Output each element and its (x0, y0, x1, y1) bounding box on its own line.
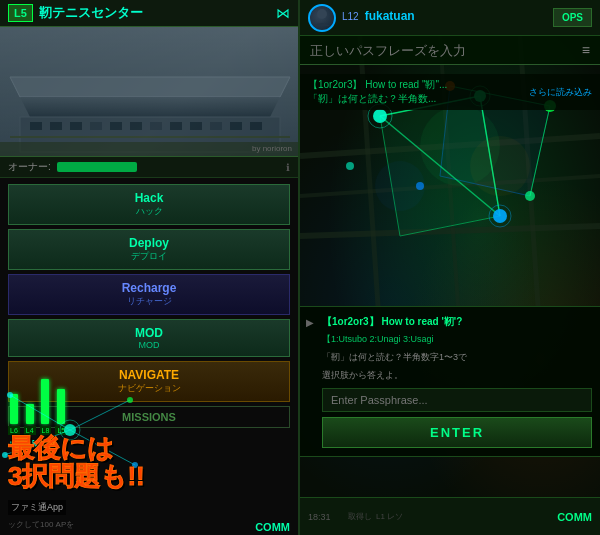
deploy-label: Deploy (129, 236, 169, 250)
share-icon[interactable]: ⋈ (276, 5, 290, 21)
passphrase-menu-icon[interactable]: ≡ (582, 42, 590, 58)
portal-title: 靭テニスセンター (39, 4, 270, 22)
portal-header: L5 靭テニスセンター ⋈ (0, 0, 298, 27)
chat-line1: 【1or2or3】 How to read "靭"... (308, 78, 447, 92)
svg-rect-8 (110, 122, 122, 130)
avatar-icon (310, 6, 334, 30)
hack-button[interactable]: Hack ハック (8, 184, 290, 225)
res-bar-l5 (57, 389, 65, 424)
svg-rect-13 (210, 122, 222, 130)
chat-line2: 「靭」は何と読む？半角数... (308, 92, 447, 106)
chat-hint-bar: 【1or2or3】 How to read "靭"... 「靭」は何と読む？半角… (300, 74, 600, 110)
right-bottom-bar: 18:31 取得し L1 レソ COMM (300, 497, 600, 535)
popup-enter-input[interactable] (322, 388, 592, 412)
recharge-label: Recharge (122, 281, 177, 295)
agent-info: L12 fukatuan (342, 9, 547, 26)
svg-rect-14 (230, 122, 242, 130)
big-text-line1: 最後には (8, 434, 290, 463)
svg-rect-5 (50, 122, 62, 130)
hack-bottom-text: ックして100 APを (8, 519, 290, 530)
photo-credit: by norioron (252, 144, 292, 153)
passphrase-input[interactable] (310, 43, 576, 58)
svg-rect-15 (250, 122, 262, 130)
svg-marker-1 (10, 77, 290, 97)
mod-label: MOD (135, 326, 163, 340)
popup-content: 【1or2or3】 How to read '靭'? 【1:Utsubo 2:U… (308, 315, 592, 448)
hack-label: Hack (135, 191, 164, 205)
svg-rect-12 (190, 122, 202, 130)
mod-button[interactable]: MOD MOD (8, 319, 290, 357)
agent-avatar (308, 4, 336, 32)
svg-point-52 (346, 162, 354, 170)
svg-point-50 (525, 191, 535, 201)
left-panel: L5 靭テニスセンター ⋈ (0, 0, 300, 535)
popup-arrow-icon: ▶ (306, 317, 314, 328)
svg-rect-7 (90, 122, 102, 130)
resonator-bars: L6 L4 L8 L5 (8, 385, 67, 435)
comm-label-right[interactable]: COMM (557, 511, 592, 523)
svg-point-28 (317, 9, 327, 19)
recharge-jp-label: リチャージ (21, 295, 277, 308)
svg-rect-4 (30, 122, 42, 130)
svg-point-54 (470, 136, 530, 196)
more-link[interactable]: さらに読み込み (529, 86, 592, 99)
res-bar-l4 (26, 404, 34, 424)
bottom-time: 18:31 (308, 512, 331, 522)
info-icon[interactable]: ℹ (286, 162, 290, 173)
owner-bar: オーナー: ℹ (0, 157, 298, 178)
mod-jp-label: MOD (21, 340, 277, 350)
svg-rect-11 (170, 122, 182, 130)
chat-hint-text: 【1or2or3】 How to read "靭"... 「靭」は何と読む？半角… (308, 78, 447, 106)
bottom-item-2: L1 レソ (376, 511, 403, 522)
big-text-overlay: 最後には 3択問題も!! (0, 430, 298, 495)
missions-label: MISSIONS (122, 411, 176, 423)
comm-label-left[interactable]: COMM (255, 521, 290, 533)
svg-marker-2 (20, 97, 280, 117)
svg-point-55 (375, 161, 425, 211)
owner-label: オーナー: (8, 160, 51, 174)
svg-point-46 (493, 209, 507, 223)
svg-rect-6 (70, 122, 82, 130)
passphrase-popup: ▶ 【1or2or3】 How to read '靭'? 【1:Utsubo 2… (300, 306, 600, 457)
big-text-line2: 3択問題も!! (8, 462, 290, 491)
resonator-l5: L5 (55, 389, 67, 435)
popup-instruction1: 「靭」は何と読む？半角数字1〜3で (322, 351, 592, 364)
agent-name-row: L12 fukatuan (342, 9, 547, 23)
popup-instruction2: 選択肢から答えよ。 (322, 369, 592, 382)
svg-rect-9 (130, 122, 142, 130)
hack-jp-label: ハック (21, 205, 277, 218)
agent-header: L12 fukatuan OPS (300, 0, 600, 36)
portal-building-svg (0, 27, 298, 156)
navigate-label: NAVIGATE (119, 368, 179, 382)
enter-button[interactable]: ENTER (322, 417, 592, 448)
owner-name-indicator (57, 162, 137, 172)
agent-level: L12 (342, 11, 359, 22)
ops-button[interactable]: OPS (553, 8, 592, 27)
svg-rect-10 (150, 122, 162, 130)
portal-image: by norioron (0, 27, 298, 157)
res-bar-l6 (10, 394, 18, 424)
portal-level: L5 (8, 4, 33, 22)
resonator-l8: L8 (40, 379, 52, 435)
svg-line-31 (300, 226, 600, 236)
popup-option1: 【1:Utsubo 2:Unagi 3:Usagi (322, 333, 592, 347)
recharge-button[interactable]: Recharge リチャージ (8, 274, 290, 315)
right-panel: L12 fukatuan OPS (300, 0, 600, 535)
svg-point-42 (373, 109, 387, 123)
agent-name: fukatuan (365, 9, 547, 23)
map-area[interactable]: ≡ 【1or2or3】 How to read "靭"... 「靭」は何と読む？… (300, 36, 600, 497)
deploy-button[interactable]: Deploy デプロイ (8, 229, 290, 270)
deploy-jp-label: デプロイ (21, 250, 277, 263)
res-bar-l8 (41, 379, 49, 424)
fami-app-label: ファミ通App (8, 500, 66, 515)
passphrase-bar: ≡ (300, 36, 600, 65)
popup-question-line1: 【1or2or3】 How to read '靭'? (322, 315, 592, 329)
bottom-item-1: 取得し (348, 511, 372, 522)
